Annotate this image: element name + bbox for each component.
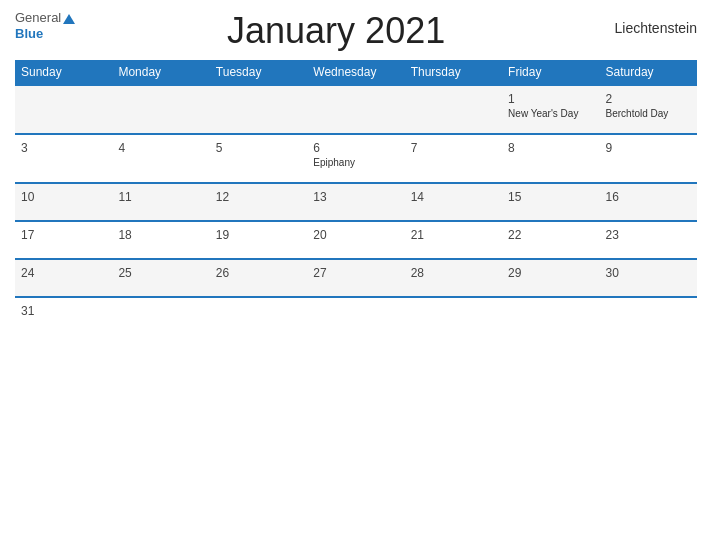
day-number: 9 <box>606 141 691 155</box>
day-number: 14 <box>411 190 496 204</box>
calendar-day-cell: 16 <box>600 183 697 221</box>
day-number: 24 <box>21 266 106 280</box>
day-number: 27 <box>313 266 398 280</box>
calendar-week-row: 1New Year's Day2Berchtold Day <box>15 85 697 134</box>
calendar-day-cell <box>210 85 307 134</box>
header-saturday: Saturday <box>600 60 697 85</box>
holiday-name: Epiphany <box>313 157 398 168</box>
calendar-day-cell: 29 <box>502 259 599 297</box>
calendar-header-row: Sunday Monday Tuesday Wednesday Thursday… <box>15 60 697 85</box>
day-number: 29 <box>508 266 593 280</box>
calendar-day-cell: 30 <box>600 259 697 297</box>
calendar-day-cell: 11 <box>112 183 209 221</box>
header-wednesday: Wednesday <box>307 60 404 85</box>
weekday-header-row: Sunday Monday Tuesday Wednesday Thursday… <box>15 60 697 85</box>
day-number: 3 <box>21 141 106 155</box>
country-label: Liechtenstein <box>597 10 697 36</box>
day-number: 21 <box>411 228 496 242</box>
calendar-day-cell: 27 <box>307 259 404 297</box>
calendar-day-cell: 28 <box>405 259 502 297</box>
calendar-day-cell: 1New Year's Day <box>502 85 599 134</box>
day-number: 12 <box>216 190 301 204</box>
calendar-day-cell <box>210 297 307 334</box>
calendar-day-cell: 24 <box>15 259 112 297</box>
logo: General Blue <box>15 10 75 41</box>
calendar-day-cell: 6Epiphany <box>307 134 404 183</box>
day-number: 5 <box>216 141 301 155</box>
calendar-day-cell <box>15 85 112 134</box>
calendar-day-cell: 7 <box>405 134 502 183</box>
day-number: 8 <box>508 141 593 155</box>
calendar-table: Sunday Monday Tuesday Wednesday Thursday… <box>15 60 697 334</box>
day-number: 30 <box>606 266 691 280</box>
day-number: 16 <box>606 190 691 204</box>
calendar-day-cell: 23 <box>600 221 697 259</box>
logo-triangle-icon <box>63 14 75 24</box>
calendar-day-cell: 18 <box>112 221 209 259</box>
calendar-title: January 2021 <box>75 10 597 52</box>
calendar-day-cell: 20 <box>307 221 404 259</box>
calendar-week-row: 31 <box>15 297 697 334</box>
calendar-day-cell: 9 <box>600 134 697 183</box>
calendar-header: General Blue January 2021 Liechtenstein <box>15 10 697 52</box>
calendar-day-cell <box>307 297 404 334</box>
logo-general-text: General <box>15 10 75 26</box>
calendar-day-cell: 21 <box>405 221 502 259</box>
calendar-day-cell: 25 <box>112 259 209 297</box>
day-number: 20 <box>313 228 398 242</box>
calendar-day-cell: 5 <box>210 134 307 183</box>
calendar-day-cell: 26 <box>210 259 307 297</box>
calendar-day-cell: 17 <box>15 221 112 259</box>
day-number: 31 <box>21 304 106 318</box>
calendar-day-cell: 12 <box>210 183 307 221</box>
calendar-body: 1New Year's Day2Berchtold Day3456Epiphan… <box>15 85 697 334</box>
holiday-name: Berchtold Day <box>606 108 691 119</box>
day-number: 10 <box>21 190 106 204</box>
day-number: 2 <box>606 92 691 106</box>
calendar-day-cell <box>405 297 502 334</box>
calendar-week-row: 10111213141516 <box>15 183 697 221</box>
day-number: 6 <box>313 141 398 155</box>
calendar-day-cell: 2Berchtold Day <box>600 85 697 134</box>
day-number: 19 <box>216 228 301 242</box>
day-number: 15 <box>508 190 593 204</box>
header-sunday: Sunday <box>15 60 112 85</box>
day-number: 17 <box>21 228 106 242</box>
calendar-day-cell: 10 <box>15 183 112 221</box>
calendar-day-cell <box>112 297 209 334</box>
day-number: 22 <box>508 228 593 242</box>
calendar-week-row: 17181920212223 <box>15 221 697 259</box>
day-number: 25 <box>118 266 203 280</box>
logo-blue-text: Blue <box>15 26 75 42</box>
day-number: 26 <box>216 266 301 280</box>
day-number: 1 <box>508 92 593 106</box>
calendar-day-cell: 3 <box>15 134 112 183</box>
day-number: 23 <box>606 228 691 242</box>
calendar-day-cell <box>307 85 404 134</box>
calendar-day-cell: 13 <box>307 183 404 221</box>
calendar-container: General Blue January 2021 Liechtenstein … <box>0 0 712 550</box>
day-number: 7 <box>411 141 496 155</box>
day-number: 13 <box>313 190 398 204</box>
calendar-day-cell <box>405 85 502 134</box>
calendar-day-cell: 15 <box>502 183 599 221</box>
calendar-day-cell: 31 <box>15 297 112 334</box>
calendar-day-cell <box>600 297 697 334</box>
header-friday: Friday <box>502 60 599 85</box>
day-number: 4 <box>118 141 203 155</box>
calendar-day-cell: 4 <box>112 134 209 183</box>
calendar-week-row: 24252627282930 <box>15 259 697 297</box>
header-tuesday: Tuesday <box>210 60 307 85</box>
day-number: 28 <box>411 266 496 280</box>
day-number: 18 <box>118 228 203 242</box>
calendar-day-cell: 22 <box>502 221 599 259</box>
holiday-name: New Year's Day <box>508 108 593 119</box>
calendar-day-cell <box>112 85 209 134</box>
calendar-day-cell: 14 <box>405 183 502 221</box>
header-monday: Monday <box>112 60 209 85</box>
day-number: 11 <box>118 190 203 204</box>
header-thursday: Thursday <box>405 60 502 85</box>
calendar-day-cell <box>502 297 599 334</box>
calendar-week-row: 3456Epiphany789 <box>15 134 697 183</box>
calendar-day-cell: 19 <box>210 221 307 259</box>
